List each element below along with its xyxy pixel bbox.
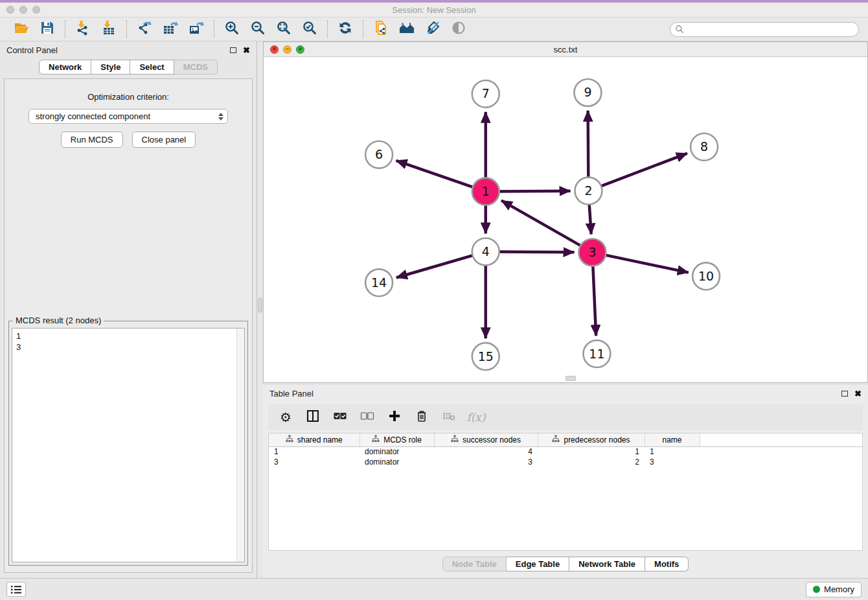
mcds-result-title: MCDS result (2 nodes) xyxy=(13,316,104,325)
network-canvas[interactable]: 1234678910111415 xyxy=(264,57,867,382)
mcds-result-group: MCDS result (2 nodes) 1 3 xyxy=(8,321,248,566)
svg-text:8: 8 xyxy=(700,139,708,154)
edge-2-8[interactable] xyxy=(588,154,687,191)
node-7[interactable]: 7 xyxy=(472,80,499,108)
close-panel-button[interactable]: Close panel xyxy=(132,132,196,148)
save-session-button[interactable] xyxy=(36,19,58,39)
node-6[interactable]: 6 xyxy=(365,141,393,168)
add-column-button[interactable] xyxy=(386,409,403,426)
search-input[interactable] xyxy=(670,22,859,37)
table-row[interactable]: 3dominator323 xyxy=(269,457,862,467)
zoom-out-button[interactable] xyxy=(247,19,269,39)
clone-network-button[interactable] xyxy=(370,19,392,39)
node-14[interactable]: 14 xyxy=(365,269,393,296)
column-header-shared-name[interactable]: shared name xyxy=(269,433,360,446)
unchecked-boxes-icon xyxy=(361,410,374,425)
splitter-grip[interactable] xyxy=(258,298,262,312)
export-network-icon xyxy=(137,20,152,38)
tab-motifs[interactable]: Motifs xyxy=(645,557,689,571)
export-image-button[interactable] xyxy=(185,19,207,39)
memory-status-icon xyxy=(813,586,820,593)
application-window: Session: New Session xyxy=(0,0,868,600)
show-columns-button[interactable] xyxy=(304,409,321,426)
export-network-button[interactable] xyxy=(133,19,155,39)
vertical-splitter[interactable] xyxy=(257,41,263,578)
tab-edge-table[interactable]: Edge Table xyxy=(507,557,569,571)
result-scrollbar[interactable] xyxy=(236,329,244,562)
node-10[interactable]: 10 xyxy=(692,262,720,290)
table-settings-button[interactable]: ⚙ xyxy=(277,409,294,426)
close-panel-icon[interactable]: ✖ xyxy=(243,46,250,54)
zoom-out-icon xyxy=(250,20,266,38)
tab-network-table[interactable]: Network Table xyxy=(569,557,645,571)
deselect-all-button[interactable] xyxy=(359,409,376,426)
svg-text:7: 7 xyxy=(482,86,490,100)
tab-node-table[interactable]: Node Table xyxy=(442,557,507,571)
export-table-button[interactable] xyxy=(159,19,181,39)
close-table-panel-icon[interactable]: ✖ xyxy=(854,389,862,398)
svg-text:2: 2 xyxy=(584,183,592,198)
mcds-result-text[interactable]: 1 3 xyxy=(12,329,236,562)
memory-label: Memory xyxy=(824,584,854,594)
search-icon xyxy=(675,25,684,34)
network-resize-grip[interactable] xyxy=(565,376,576,381)
run-mcds-button[interactable]: Run MCDS xyxy=(61,132,123,148)
column-header-MCDS-role[interactable]: MCDS role xyxy=(360,433,434,446)
tab-network[interactable]: Network xyxy=(39,60,91,75)
zoom-selected-button[interactable] xyxy=(299,19,321,39)
table-panel: Table Panel ✖ ⚙ f(x) xyxy=(263,385,868,578)
svg-text:1: 1 xyxy=(482,184,490,198)
node-15[interactable]: 15 xyxy=(472,343,499,370)
node-2[interactable]: 2 xyxy=(575,178,602,205)
select-all-button[interactable] xyxy=(332,409,348,426)
column-header-successor-nodes[interactable]: successor nodes xyxy=(434,433,538,446)
node-8[interactable]: 8 xyxy=(691,133,718,161)
task-history-button[interactable] xyxy=(6,582,26,597)
tab-mcds[interactable]: MCDS xyxy=(174,60,218,75)
hierarchy-icon xyxy=(286,435,293,444)
zoom-fit-button[interactable] xyxy=(273,19,295,39)
function-builder-button[interactable]: f(x) xyxy=(468,409,485,426)
refresh-icon xyxy=(337,20,353,38)
float-panel-icon[interactable] xyxy=(230,47,236,53)
import-network-button[interactable] xyxy=(72,19,94,39)
open-file-button[interactable] xyxy=(10,19,32,39)
tab-style[interactable]: Style xyxy=(91,60,130,75)
table-row[interactable]: 1dominator411 xyxy=(269,446,862,457)
toolbar-separator xyxy=(327,20,328,38)
import-table-button[interactable] xyxy=(98,19,120,39)
network-graph: 1234678910111415 xyxy=(264,57,867,382)
memory-button[interactable]: Memory xyxy=(806,582,862,597)
criterion-select[interactable]: strongly connected component xyxy=(29,109,228,124)
table-toolbar: ⚙ f(x) xyxy=(268,404,863,430)
tab-select[interactable]: Select xyxy=(130,60,174,75)
window-title: Session: New Session xyxy=(0,5,868,15)
svg-text:14: 14 xyxy=(371,275,387,290)
paint-off-button[interactable] xyxy=(422,19,444,39)
zoom-selected-icon xyxy=(302,20,317,38)
eye-disabled-button[interactable] xyxy=(448,19,470,39)
float-table-panel-icon[interactable] xyxy=(841,391,848,397)
refresh-button[interactable] xyxy=(334,19,356,39)
open-file-icon xyxy=(14,20,29,38)
delete-table-button[interactable] xyxy=(440,409,457,426)
node-1[interactable]: 1 xyxy=(472,178,499,205)
svg-text:9: 9 xyxy=(584,85,591,99)
node-9[interactable]: 9 xyxy=(574,79,601,106)
edge-3-10[interactable] xyxy=(592,252,688,272)
column-header-name[interactable]: name xyxy=(645,433,700,446)
criterion-value: strongly connected component xyxy=(36,111,218,121)
node-11[interactable]: 11 xyxy=(583,340,610,367)
fx-icon: f(x) xyxy=(466,411,485,424)
trash-icon xyxy=(415,410,428,425)
delete-column-button[interactable] xyxy=(413,409,430,426)
control-panel: Control Panel ✖ NetworkStyleSelectMCDS O… xyxy=(0,41,257,578)
control-panel-tabs: NetworkStyleSelectMCDS xyxy=(39,60,218,75)
column-header-predecessor-nodes[interactable]: predecessor nodes xyxy=(538,433,645,446)
main-toolbar xyxy=(0,17,868,41)
home-button[interactable] xyxy=(396,19,418,39)
node-4[interactable]: 4 xyxy=(472,238,499,265)
node-3[interactable]: 3 xyxy=(578,238,606,266)
edge-3-1[interactable] xyxy=(501,200,592,252)
zoom-in-button[interactable] xyxy=(221,19,243,39)
